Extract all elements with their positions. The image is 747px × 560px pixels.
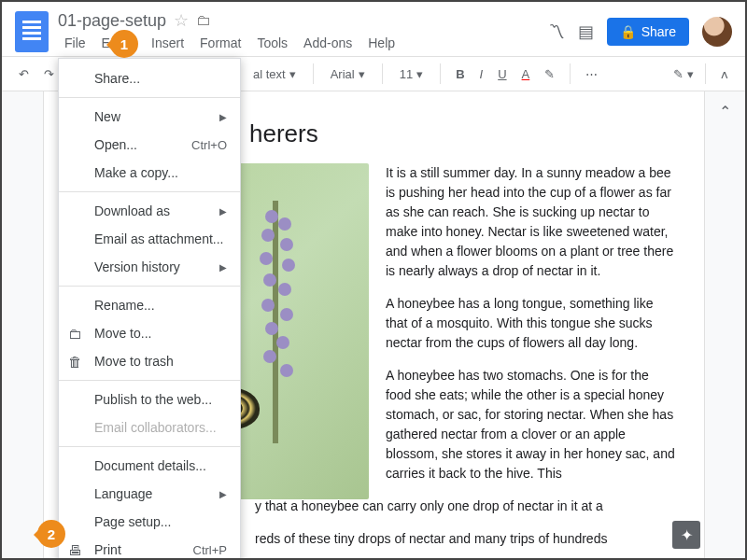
bold-button[interactable]: B: [452, 63, 468, 85]
menu-email-attachment[interactable]: Email as attachment...: [59, 225, 240, 253]
share-button[interactable]: 🔒 Share: [607, 18, 689, 46]
menu-format[interactable]: Format: [193, 33, 247, 53]
menu-help[interactable]: Help: [361, 33, 402, 53]
menu-file[interactable]: File: [58, 33, 92, 53]
menu-addons[interactable]: Add-ons: [297, 33, 359, 53]
folder-icon[interactable]: 🗀: [196, 12, 211, 29]
font-dropdown[interactable]: Arial▾: [325, 65, 371, 83]
trash-icon: 🗑: [68, 354, 82, 370]
menu-move-to[interactable]: 🗀Move to...: [59, 319, 240, 347]
callout-1: 1: [110, 30, 138, 58]
menu-download[interactable]: Download as▶: [59, 197, 240, 225]
callout-2: 2: [37, 520, 65, 548]
lock-icon: 🔒: [620, 24, 636, 39]
user-avatar[interactable]: [702, 17, 732, 47]
menu-version-history[interactable]: Version history▶: [59, 253, 240, 281]
editing-mode-dropdown[interactable]: ✎ ▾: [673, 67, 694, 81]
right-sidebar: ⌃: [704, 91, 745, 558]
trending-icon[interactable]: 〽: [548, 22, 565, 42]
menu-page-setup[interactable]: Page setup...: [59, 508, 240, 536]
menu-open[interactable]: Open...Ctrl+O: [59, 131, 240, 159]
menu-print[interactable]: 🖶PrintCtrl+P: [59, 536, 240, 560]
menu-make-copy[interactable]: Make a copy...: [59, 159, 240, 187]
menu-new[interactable]: New▶: [59, 103, 240, 131]
left-margin: [2, 91, 44, 558]
print-icon: 🖶: [68, 542, 82, 558]
file-menu-dropdown: Share... New▶ Open...Ctrl+O Make a copy.…: [58, 58, 241, 560]
italic-button[interactable]: I: [476, 63, 487, 85]
highlight-button[interactable]: ✎: [541, 63, 558, 85]
text-color-button[interactable]: A: [518, 63, 534, 85]
menu-email-collaborators: Email collaborators...: [59, 413, 240, 441]
docs-logo-icon[interactable]: [15, 11, 49, 52]
more-toolbar-button[interactable]: ⋯: [582, 63, 601, 85]
submenu-arrow-icon: ▶: [219, 112, 227, 122]
menu-document-details[interactable]: Document details...: [59, 452, 240, 480]
scroll-up-button[interactable]: ⌃: [719, 103, 731, 120]
style-dropdown[interactable]: al text▾: [247, 65, 302, 83]
menu-publish[interactable]: Publish to the web...: [59, 385, 240, 413]
fontsize-dropdown[interactable]: 11▾: [394, 65, 429, 83]
star-icon[interactable]: ☆: [174, 10, 189, 31]
menu-share[interactable]: Share...: [59, 64, 240, 92]
menu-move-to-trash[interactable]: 🗑Move to trash: [59, 347, 240, 375]
menu-rename[interactable]: Rename...: [59, 291, 240, 319]
comments-icon[interactable]: ▤: [578, 21, 594, 42]
chevron-down-icon: ▾: [416, 67, 423, 81]
submenu-arrow-icon: ▶: [219, 489, 227, 499]
document-title[interactable]: 01-page-setup: [58, 11, 166, 31]
menu-tools[interactable]: Tools: [250, 33, 294, 53]
underline-button[interactable]: U: [494, 63, 510, 85]
submenu-arrow-icon: ▶: [219, 206, 227, 217]
document-heading: herers: [249, 119, 676, 148]
explore-button[interactable]: ✦: [672, 521, 700, 549]
submenu-arrow-icon: ▶: [219, 262, 227, 273]
folder-icon: 🗀: [68, 326, 82, 342]
undo-button[interactable]: ↶: [15, 63, 33, 85]
redo-button[interactable]: ↷: [40, 63, 58, 85]
collapse-toolbar-button[interactable]: ʌ: [717, 63, 732, 85]
menu-language[interactable]: Language▶: [59, 480, 240, 508]
menu-insert[interactable]: Insert: [145, 33, 190, 53]
chevron-down-icon: ▾: [359, 67, 365, 81]
document-text[interactable]: It is a still summer day. In a sunny mea…: [386, 163, 676, 558]
chevron-down-icon: ▾: [289, 67, 296, 81]
